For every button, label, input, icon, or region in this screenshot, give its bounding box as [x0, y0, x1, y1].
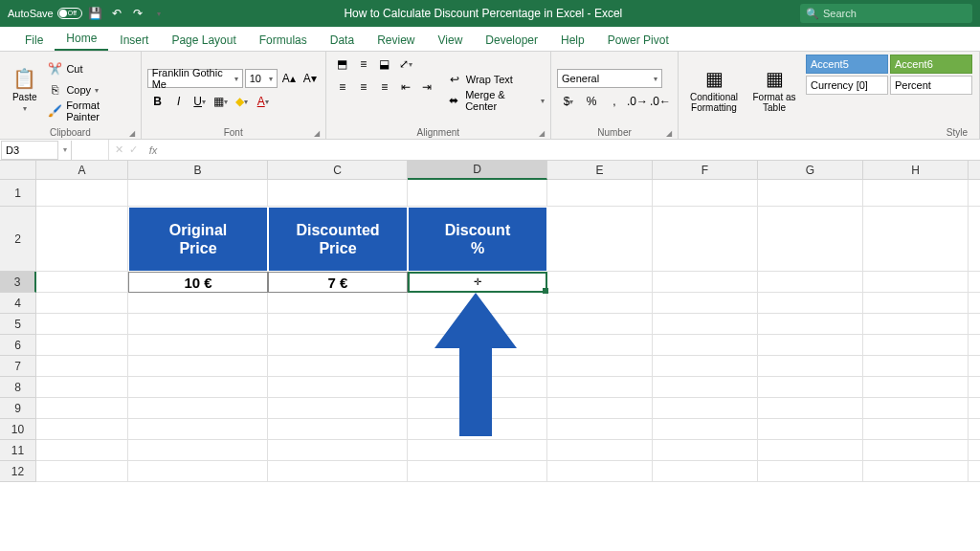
align-middle-icon[interactable]: ≡ [353, 54, 374, 75]
style-accent5[interactable]: Accent5 [806, 55, 888, 74]
decrease-decimal-icon[interactable]: .0← [649, 92, 672, 111]
tab-insert[interactable]: Insert [108, 30, 160, 51]
cell-H6[interactable] [863, 335, 969, 356]
cell-H1[interactable] [863, 180, 969, 207]
tab-power-pivot[interactable]: Power Pivot [596, 30, 680, 51]
row-header-10[interactable]: 10 [0, 419, 36, 440]
col-header-C[interactable]: C [268, 161, 408, 180]
cell-A7[interactable] [36, 356, 128, 377]
style-accent6[interactable]: Accent6 [890, 55, 972, 74]
col-header-B[interactable]: B [128, 161, 268, 180]
table-header-0[interactable]: OriginalPrice [128, 207, 268, 272]
increase-indent-icon[interactable]: ⇥ [416, 77, 437, 98]
cell-G9[interactable] [758, 398, 863, 419]
cell-B1[interactable] [128, 180, 268, 207]
cell-E12[interactable] [547, 461, 653, 482]
cell-A5[interactable] [36, 314, 128, 335]
cell-G6[interactable] [758, 335, 863, 356]
cell-H12[interactable] [863, 461, 969, 482]
cell-G7[interactable] [758, 356, 863, 377]
row-header-8[interactable]: 8 [0, 377, 36, 398]
cell-E10[interactable] [547, 419, 653, 440]
cell-E8[interactable] [547, 377, 653, 398]
row-header-6[interactable]: 6 [0, 335, 36, 356]
select-all-corner[interactable] [0, 161, 36, 180]
align-center-icon[interactable]: ≡ [353, 77, 374, 98]
tab-view[interactable]: View [427, 30, 475, 51]
cell-I7[interactable] [969, 356, 980, 377]
tab-data[interactable]: Data [319, 30, 366, 51]
col-header-G[interactable]: G [758, 161, 863, 180]
increase-font-icon[interactable]: A▴ [279, 69, 299, 88]
clipboard-launcher[interactable]: ◢ [129, 129, 135, 138]
increase-decimal-icon[interactable]: .0→ [626, 92, 649, 111]
cell-D11[interactable] [408, 440, 547, 461]
cell-E6[interactable] [547, 335, 653, 356]
accounting-format-icon[interactable]: $▾ [557, 92, 580, 111]
cell-H7[interactable] [863, 356, 969, 377]
font-color-button[interactable]: A▾ [253, 92, 274, 111]
cell-E3[interactable] [547, 272, 653, 293]
cell-A8[interactable] [36, 377, 128, 398]
cell-I6[interactable] [969, 335, 980, 356]
decrease-indent-icon[interactable]: ⇤ [395, 77, 416, 98]
comma-format-icon[interactable]: , [603, 92, 626, 111]
cell-G4[interactable] [758, 293, 863, 314]
align-left-icon[interactable]: ≡ [332, 77, 353, 98]
cell-D12[interactable] [408, 461, 547, 482]
bold-button[interactable]: B [147, 92, 168, 111]
cell-F12[interactable] [653, 461, 758, 482]
cell-A12[interactable] [36, 461, 128, 482]
table-header-2[interactable]: Discount% [408, 207, 547, 272]
cell-I3[interactable] [969, 272, 980, 293]
cell-A3[interactable] [36, 272, 128, 293]
row-header-9[interactable]: 9 [0, 398, 36, 419]
cell-F5[interactable] [653, 314, 758, 335]
cell-E5[interactable] [547, 314, 653, 335]
cell-F4[interactable] [653, 293, 758, 314]
copy-button[interactable]: ⎘Copy▾ [47, 79, 134, 100]
autosave-toggle[interactable]: AutoSave Off [8, 8, 82, 19]
row-header-11[interactable]: 11 [0, 440, 36, 461]
row-header-2[interactable]: 2 [0, 207, 36, 272]
cell-G8[interactable] [758, 377, 863, 398]
underline-button[interactable]: U▾ [189, 92, 211, 111]
cell-B7[interactable] [128, 356, 268, 377]
cell-F2[interactable] [653, 207, 758, 272]
cell-I9[interactable] [969, 398, 980, 419]
cell-A11[interactable] [36, 440, 128, 461]
name-box-dropdown[interactable]: ▾ [58, 141, 72, 160]
cell-C11[interactable] [268, 440, 408, 461]
cell-I12[interactable] [969, 461, 980, 482]
cell-H2[interactable] [863, 207, 969, 272]
table-header-1[interactable]: DiscountedPrice [268, 207, 408, 272]
cell-H5[interactable] [863, 314, 969, 335]
cell-G11[interactable] [758, 440, 863, 461]
cell-F3[interactable] [653, 272, 758, 293]
cell-H9[interactable] [863, 398, 969, 419]
cell-G5[interactable] [758, 314, 863, 335]
cell-I10[interactable] [969, 419, 980, 440]
cell-B9[interactable] [128, 398, 268, 419]
cell-E2[interactable] [547, 207, 653, 272]
wrap-text-button[interactable]: ↩Wrap Text [447, 69, 545, 90]
fill-color-button[interactable]: ◆▾ [232, 92, 253, 111]
col-header-E[interactable]: E [547, 161, 653, 180]
cell-H8[interactable] [863, 377, 969, 398]
cell-F9[interactable] [653, 398, 758, 419]
number-format-select[interactable]: General▾ [557, 69, 662, 88]
cancel-formula-icon[interactable]: ✕ [115, 143, 123, 156]
cell-B6[interactable] [128, 335, 268, 356]
cell-H4[interactable] [863, 293, 969, 314]
cell-C12[interactable] [268, 461, 408, 482]
cell-H3[interactable] [863, 272, 969, 293]
cell-H10[interactable] [863, 419, 969, 440]
row-header-1[interactable]: 1 [0, 180, 36, 207]
col-header-A[interactable]: A [36, 161, 128, 180]
align-bottom-icon[interactable]: ⬓ [374, 54, 395, 75]
row-header-7[interactable]: 7 [0, 356, 36, 377]
cell-A10[interactable] [36, 419, 128, 440]
tab-help[interactable]: Help [549, 30, 596, 51]
cell-I1[interactable] [969, 180, 980, 207]
paste-button[interactable]: 📋 Paste ▾ [6, 54, 43, 126]
